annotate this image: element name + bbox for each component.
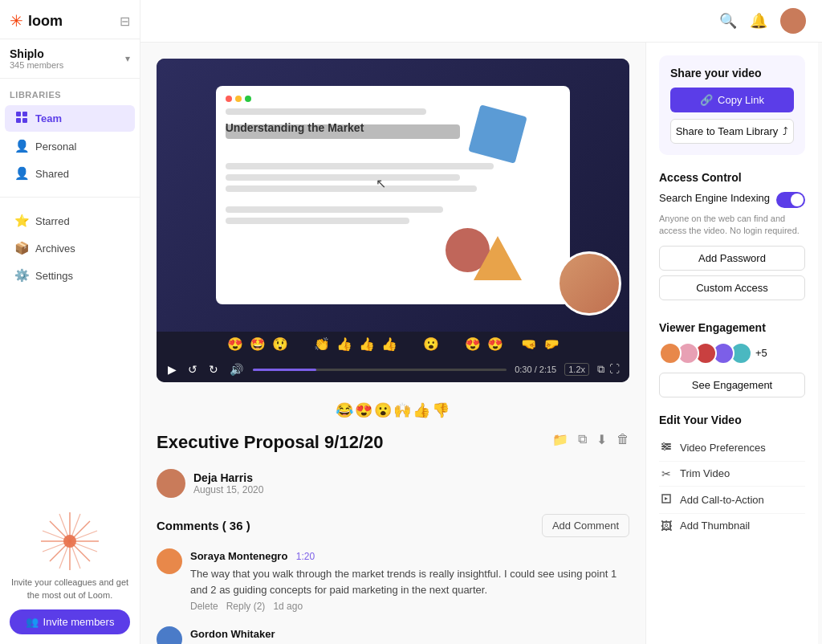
content-lines [226, 163, 561, 224]
video-meta-row: Executive Proposal 9/12/20 📁 ⧉ ⬇ 🗑 [157, 422, 629, 456]
sidebar-item-archives[interactable]: 📦 Archives [5, 235, 135, 261]
pip-icon[interactable]: ⧉ [597, 363, 604, 376]
share-box: Share your video 🔗 Copy Link Share to Te… [659, 55, 805, 155]
edit-video-title: Edit Your Video [659, 414, 805, 426]
engagement-extra-count: +5 [755, 347, 767, 359]
comment-item: Soraya Montenegro 1:20 The way that you … [157, 548, 629, 612]
bottom-emojis-text: 😂😍😮🙌👍👎 [336, 402, 451, 418]
comment-author: Soraya Montenegro [190, 550, 287, 562]
svg-rect-3 [22, 118, 27, 123]
copy-icon[interactable]: ⧉ [578, 432, 587, 447]
workspace-info: Shiplo 345 members [10, 47, 63, 70]
speed-control[interactable]: 1.2x [564, 363, 589, 376]
author-row: Deja Harris August 15, 2020 [157, 469, 629, 498]
sidebar-item-settings[interactable]: ⚙️ Settings [5, 263, 135, 288]
comments-count: 36 [230, 519, 243, 532]
sidebar-toggle-button[interactable]: ⊟ [120, 14, 130, 29]
notifications-icon[interactable]: 🔔 [750, 12, 767, 30]
invite-members-button[interactable]: 👥 Invite members [10, 609, 130, 634]
video-preferences-item[interactable]: Video Preferences [659, 434, 805, 462]
cta-item[interactable]: Add Call-to-Action [659, 487, 805, 514]
thumbnail-label: Add Thumbnail [680, 520, 750, 532]
sidebar-item-personal[interactable]: 👤 Personal [5, 133, 135, 159]
search-icon[interactable]: 🔍 [719, 12, 737, 30]
folder-icon[interactable]: 📁 [552, 432, 568, 447]
rewind-button[interactable]: ↺ [186, 361, 199, 377]
sidebar-item-shared-label: Shared [35, 168, 69, 180]
thumbnail-item[interactable]: 🖼 Add Thumbnail [659, 514, 805, 538]
delete-comment-button[interactable]: Delete [190, 601, 218, 612]
video-frame: Understanding the Market [157, 59, 629, 332]
chevron-down-icon: ▾ [125, 53, 130, 64]
video-actions: 📁 ⧉ ⬇ 🗑 [552, 432, 629, 447]
workspace-selector[interactable]: Shiplo 345 members ▾ [0, 39, 140, 79]
svg-rect-0 [16, 112, 21, 116]
content-line [226, 185, 477, 192]
invite-text: Invite your colleagues and get the most … [10, 577, 130, 601]
comment-body: Soraya Montenegro 1:20 The way that you … [190, 548, 629, 612]
play-pause-button[interactable]: ▶ [166, 361, 178, 377]
sidebar-item-settings-label: Settings [35, 270, 73, 282]
edit-video-section: Edit Your Video Video Preferences ✂ Trim… [659, 414, 805, 538]
author-name: Deja Harris [193, 471, 263, 484]
video-slide: Understanding the Market [216, 86, 571, 304]
copy-link-button[interactable]: 🔗 Copy Link [670, 88, 794, 112]
sidebar-item-team[interactable]: Team [5, 105, 135, 132]
progress-bar[interactable] [253, 369, 507, 371]
download-icon[interactable]: ⬇ [596, 432, 607, 447]
top-bar: 🔍 🔔 [140, 0, 822, 43]
comment-text: The way that you walk through the market… [190, 566, 629, 597]
delete-icon[interactable]: 🗑 [616, 432, 629, 447]
see-engagement-button[interactable]: See Engagement [659, 373, 805, 397]
video-title: Executive Proposal 9/12/20 [157, 432, 384, 453]
emoji: 😲 [272, 336, 288, 352]
svg-rect-1 [22, 112, 27, 116]
svg-rect-2 [16, 118, 21, 123]
toggle-knob [791, 194, 804, 206]
access-control: Access Control Search Engine Indexing An… [659, 171, 805, 305]
forward-button[interactable]: ↻ [207, 361, 220, 377]
cta-icon [659, 492, 673, 507]
volume-button[interactable]: 🔊 [228, 361, 245, 377]
share-library-button[interactable]: Share to Team Library ⤴ [670, 119, 794, 144]
custom-access-button[interactable]: Custom Access [659, 275, 805, 300]
shared-icon: 👤 [14, 166, 29, 181]
search-indexing-label: Search Engine Indexing [659, 192, 770, 204]
trim-label: Trim Video [680, 467, 730, 479]
user-avatar[interactable] [780, 8, 806, 34]
comment-author: Gordon Whitaker [190, 628, 275, 640]
dot-red [226, 96, 232, 102]
emoji: 🤩 [250, 336, 266, 352]
viewer-engagement-title: Viewer Engagement [659, 321, 805, 334]
add-password-button[interactable]: Add Password [659, 246, 805, 271]
search-indexing-toggle[interactable] [776, 192, 805, 208]
author-avatar [157, 469, 185, 498]
cta-label: Add Call-to-Action [680, 494, 764, 506]
svg-point-17 [666, 445, 669, 447]
emoji: 🤜 [521, 336, 537, 352]
add-comment-button[interactable]: Add Comment [542, 514, 629, 537]
emoji: 😮 [423, 336, 439, 352]
dot-green [245, 96, 251, 102]
emoji: 😍 [487, 336, 503, 352]
comment-timestamp[interactable]: 1:20 [296, 551, 315, 562]
sidebar-item-starred[interactable]: ⭐ Starred [5, 208, 135, 234]
right-panel: Share your video 🔗 Copy Link Share to Te… [645, 43, 818, 644]
content-area: Understanding the Market [140, 43, 822, 644]
shape-triangle [474, 236, 522, 280]
engagement-avatar [659, 342, 682, 365]
fullscreen-icon[interactable]: ⛶ [609, 363, 620, 376]
reply-button[interactable]: Reply (2) [226, 601, 266, 612]
time-display: 0:30 / 2:15 [515, 365, 556, 374]
sidebar-item-shared[interactable]: 👤 Shared [5, 161, 135, 186]
workspace-name: Shiplo [10, 47, 63, 60]
video-controls: ▶ ↺ ↻ 🔊 0:30 / 2:15 1.2x ⧉ ⛶ [157, 357, 629, 382]
commenter-avatar [157, 548, 182, 574]
trim-icon: ✂ [659, 467, 673, 480]
emoji: 👍 [336, 336, 352, 352]
sidebar-item-starred-label: Starred [35, 215, 70, 227]
svg-point-18 [664, 447, 666, 450]
slide-title-text: Understanding the Market [226, 121, 364, 134]
trim-video-item[interactable]: ✂ Trim Video [659, 462, 805, 487]
viewer-engagement: Viewer Engagement +5 See Engagement [659, 321, 805, 397]
